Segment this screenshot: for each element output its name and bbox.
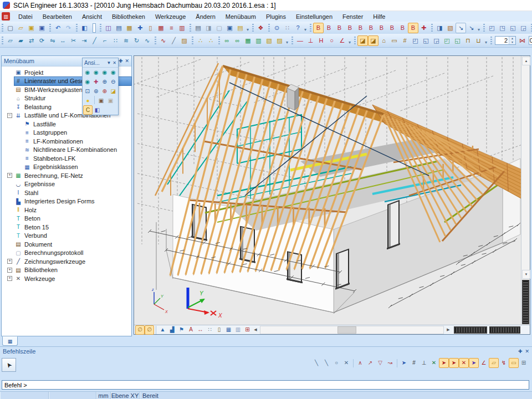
- view-parameters-2[interactable]: ▥: [233, 325, 243, 335]
- fe-mesh[interactable]: ▦: [156, 23, 166, 33]
- engineering-report[interactable]: ▤: [235, 23, 245, 33]
- clip-plane-toggle[interactable]: ∅: [145, 325, 154, 335]
- toolbar-grip[interactable]: [218, 37, 220, 45]
- select-by-property[interactable]: B: [408, 23, 418, 33]
- hinge-icon[interactable]: H: [316, 35, 326, 46]
- view-side[interactable]: ◉: [100, 68, 109, 77]
- symbol-scale-spinner[interactable]: 0.75▲▼: [529, 36, 532, 45]
- tree-item-stahlbeton-lfk[interactable]: ≡Stahlbeton-LFK: [2, 154, 131, 163]
- extend-member[interactable]: ⇥: [79, 35, 89, 46]
- menu-bearbeiten[interactable]: Bearbeiten: [38, 12, 77, 21]
- cursor-snap-settings[interactable]: ➤: [399, 358, 409, 368]
- box-clip[interactable]: ◪: [357, 35, 368, 46]
- snap-polygon[interactable]: ▱: [489, 358, 499, 368]
- vertical-scrollbar[interactable]: ▲ ▼: [521, 56, 530, 325]
- point-grid[interactable]: ∷: [282, 23, 293, 33]
- join-member[interactable]: ⌐: [100, 35, 110, 46]
- toolbar-grip[interactable]: [490, 37, 492, 45]
- save[interactable]: ▣: [37, 23, 47, 33]
- menu-einstellungen[interactable]: Einstellungen: [291, 12, 337, 21]
- measure[interactable]: ╱: [168, 35, 179, 46]
- tree-item-ergebnisse[interactable]: ◡Ergebnisse: [2, 180, 131, 189]
- tree-item-integriertes-design-forms[interactable]: ▙Integriertes Design Forms: [2, 197, 131, 206]
- snap-face[interactable]: ▽: [375, 358, 385, 368]
- show-members[interactable]: ▯: [214, 325, 224, 335]
- open-project[interactable]: ▱: [16, 23, 26, 33]
- toolbar-grip[interactable]: [2, 24, 3, 32]
- support-icon[interactable]: ⊥: [305, 35, 316, 46]
- scroll-down-icon[interactable]: ▼: [522, 270, 530, 279]
- toolbar-grip[interactable]: [483, 24, 485, 32]
- menu-ansicht[interactable]: Ansicht: [77, 12, 107, 21]
- scroll-right-icon[interactable]: ▶: [445, 326, 452, 334]
- snap-vertex[interactable]: ∧: [355, 358, 365, 368]
- angle-icon[interactable]: ∠: [337, 35, 347, 46]
- close-icon[interactable]: ✕: [125, 58, 129, 64]
- toolbar-overflow-icon[interactable]: ▾: [247, 27, 249, 32]
- snap-line-end[interactable]: ╲: [311, 358, 321, 368]
- ansicht-toolbar-header[interactable]: Ansi... ▼ ✕: [83, 58, 118, 68]
- scale-symbols[interactable]: ⋈: [517, 35, 528, 46]
- snap-perpendicular[interactable]: ⊥: [419, 358, 429, 368]
- toolbar-grip[interactable]: [431, 24, 433, 32]
- stretch-member[interactable]: ↔: [58, 35, 68, 46]
- break-member[interactable]: ╱: [89, 35, 100, 46]
- snap-table[interactable]: ⊞: [519, 358, 529, 368]
- tree-item-nichtlineare-lf-kombinationen[interactable]: ≋Nichtlineare LF-Kombinationen: [2, 146, 131, 155]
- export-document[interactable]: ▣: [224, 23, 235, 33]
- menu-werkzeuge[interactable]: Werkzeuge: [150, 12, 191, 21]
- window-layout-2[interactable]: ◳: [497, 23, 508, 33]
- clip-c[interactable]: C: [83, 105, 93, 115]
- snap-grid[interactable]: #: [409, 358, 419, 368]
- tree-item-werkzeuge[interactable]: +✕Werkzeuge: [2, 274, 131, 283]
- snap-ruler[interactable]: ▭: [509, 358, 519, 368]
- line-width-spinner-down-icon[interactable]: ▼: [509, 40, 515, 44]
- tree-item-verbund[interactable]: TVerbund: [2, 232, 131, 241]
- beam-profile[interactable]: ⊓: [463, 35, 473, 46]
- show-nodes[interactable]: ∷: [205, 325, 214, 335]
- deselect-all[interactable]: B: [387, 23, 397, 33]
- link-parts[interactable]: ❖: [255, 23, 266, 33]
- quick-input-active[interactable]: ↘: [456, 23, 466, 33]
- raster-view[interactable]: #: [400, 35, 410, 46]
- scroll-left-icon[interactable]: ◀: [252, 326, 259, 334]
- coord-system[interactable]: ✚: [135, 23, 145, 33]
- toolbar-grip[interactable]: [76, 24, 78, 32]
- polyline-edit[interactable]: ∿: [142, 35, 152, 46]
- toolbar-grip[interactable]: [190, 24, 191, 32]
- paste-properties[interactable]: ▥: [253, 35, 264, 46]
- toolbar-overflow-icon[interactable]: ▾: [349, 40, 351, 45]
- tree-item-beton-15[interactable]: TBeton 15: [2, 223, 131, 232]
- set-view-direction[interactable]: ✚: [92, 77, 101, 86]
- sidebar-bottom-tab[interactable]: ▦: [2, 336, 18, 346]
- snap-endpoint[interactable]: ➤: [439, 358, 449, 368]
- snap-edge[interactable]: ↗: [365, 358, 375, 368]
- zoom-in[interactable]: ⊕: [100, 77, 109, 86]
- toolbar-grip[interactable]: [192, 37, 193, 45]
- named-selection-1[interactable]: ◰: [410, 35, 421, 46]
- toolbar-grip[interactable]: [268, 24, 270, 32]
- toolbar-grip[interactable]: [2, 37, 3, 45]
- chevron-down-icon[interactable]: ▼: [106, 60, 111, 65]
- named-selection-3[interactable]: ◲: [431, 35, 442, 46]
- stamp-a[interactable]: ▧: [264, 35, 274, 46]
- plane-clip[interactable]: ◪: [368, 35, 378, 46]
- menu-bibliotheken[interactable]: Bibliotheken: [107, 12, 150, 21]
- snap-angle[interactable]: ∠: [479, 358, 489, 368]
- zoom-window[interactable]: ⊡: [83, 86, 92, 96]
- expand-toggle[interactable]: −: [7, 113, 12, 118]
- curve-edit[interactable]: ∿: [158, 35, 168, 46]
- stamp-b[interactable]: ▨: [274, 35, 285, 46]
- named-selection-2[interactable]: ◱: [421, 35, 431, 46]
- window-layout-1[interactable]: ◰: [487, 23, 497, 33]
- tree-item-beton[interactable]: TBeton: [2, 214, 131, 223]
- tree-item-holz[interactable]: ‖Holz: [2, 206, 131, 214]
- menu-ndern[interactable]: Ändern: [191, 12, 220, 21]
- search-nodes[interactable]: ∞: [232, 35, 243, 46]
- 3d-model-view[interactable]: YXzYX: [134, 56, 521, 325]
- menu-plugins[interactable]: Plugins: [261, 12, 291, 21]
- what-is[interactable]: ?: [293, 23, 303, 33]
- render-mode[interactable]: ▲: [158, 325, 167, 335]
- view-front[interactable]: ◉: [92, 68, 101, 77]
- toolbar-overflow-icon[interactable]: ▾: [478, 27, 480, 32]
